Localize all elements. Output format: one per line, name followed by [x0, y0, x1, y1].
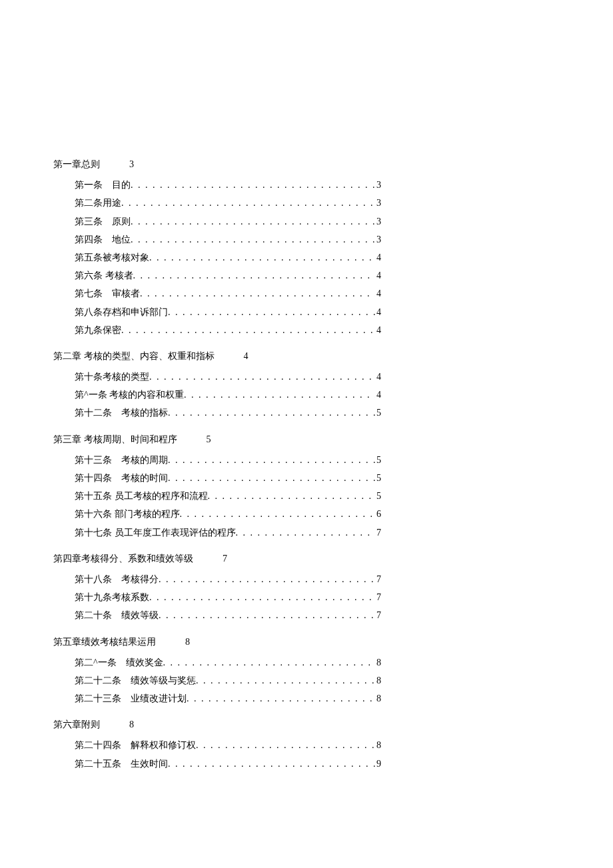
toc-entry: 第十三条 考核的周期 . . . . . . . . . . . . . . .… — [75, 452, 560, 468]
toc-leader-dots: . . . . . . . . . . . . . . . . . . . . … — [184, 386, 375, 403]
toc-entry-label: 第二十五条 生效时间 — [75, 755, 168, 772]
toc-entry: 第一条 目的 . . . . . . . . . . . . . . . . .… — [75, 177, 560, 193]
toc-chapter-title-row: 第六章附则8 — [53, 716, 560, 733]
toc-chapter-page: 3 — [129, 156, 134, 173]
toc-entry-label: 第十九条考核系数 — [75, 589, 149, 606]
toc-entry-page: 7 — [375, 571, 381, 588]
toc-leader-dots: . . . . . . . . . . . . . . . . . . . . … — [131, 213, 375, 230]
toc-entry: 第七条 审核者 . . . . . . . . . . . . . . . . … — [75, 285, 560, 302]
toc-chapter-title: 第一章总则 — [53, 156, 100, 173]
toc-entry: 第五条被考核对象 . . . . . . . . . . . . . . . .… — [75, 249, 560, 266]
toc-entry-page: 3 — [375, 195, 381, 211]
toc-entry: 第四条 地位 . . . . . . . . . . . . . . . . .… — [75, 231, 560, 248]
toc-leader-dots: . . . . . . . . . . . . . . . . . . . . … — [168, 470, 375, 486]
toc-entry: 第二十三条 业绩改进计划 . . . . . . . . . . . . . .… — [75, 690, 560, 707]
toc-entry-label: 第十二条 考核的指标 — [75, 404, 168, 421]
toc-entry-page: 4 — [375, 322, 381, 338]
toc-entry: 第十四条 考核的时间 . . . . . . . . . . . . . . .… — [75, 470, 560, 486]
toc-entry: 第二十四条 解释权和修订权 . . . . . . . . . . . . . … — [75, 737, 560, 753]
toc-entry-label: 第四条 地位 — [75, 231, 131, 248]
toc-chapter-page: 4 — [244, 348, 249, 364]
toc-entry-label: 第二十四条 解释权和修订权 — [75, 737, 196, 753]
toc-entry: 第二十条 绩效等级 . . . . . . . . . . . . . . . … — [75, 607, 560, 624]
toc-entry-page: 9 — [375, 755, 381, 772]
toc-chapter: 第二章 考核的类型、内容、权重和指标4第十条考核的类型 . . . . . . … — [53, 348, 560, 422]
toc-entry: 第九条保密 . . . . . . . . . . . . . . . . . … — [75, 322, 560, 338]
toc-leader-dots: . . . . . . . . . . . . . . . . . . . . … — [159, 607, 375, 624]
toc-entry-page: 8 — [375, 737, 381, 753]
toc-entry: 第二十五条 生效时间 . . . . . . . . . . . . . . .… — [75, 755, 560, 772]
toc-entry: 第十二条 考核的指标 . . . . . . . . . . . . . . .… — [75, 404, 560, 421]
toc-entry-page: 5 — [375, 404, 381, 421]
toc-leader-dots: . . . . . . . . . . . . . . . . . . . . … — [149, 249, 375, 266]
toc-entry-page: 7 — [375, 589, 381, 606]
toc-entry-label: 第二十二条 绩效等级与奖惩 — [75, 672, 196, 689]
toc-leader-dots: . . . . . . . . . . . . . . . . . . . . … — [236, 524, 376, 541]
toc-entry-page: 4 — [375, 386, 381, 403]
toc-entry: 第二条用途 . . . . . . . . . . . . . . . . . … — [75, 195, 560, 211]
toc-entry: 第二^一条 绩效奖金 . . . . . . . . . . . . . . .… — [75, 654, 560, 671]
toc-entry: 第十八条 考核得分 . . . . . . . . . . . . . . . … — [75, 571, 560, 588]
toc-entry: 第三条 原则 . . . . . . . . . . . . . . . . .… — [75, 213, 560, 230]
toc-entry-page: 4 — [375, 285, 381, 302]
toc-entry-label: 第十七条 员工年度工作表现评估的程序 — [75, 524, 236, 541]
toc-chapter-title: 第二章 考核的类型、内容、权重和指标 — [53, 348, 215, 364]
toc-entry: 第二十二条 绩效等级与奖惩 . . . . . . . . . . . . . … — [75, 672, 560, 689]
toc-leader-dots: . . . . . . . . . . . . . . . . . . . . … — [180, 506, 376, 522]
toc-chapter: 第五章绩效考核结果运用8第二^一条 绩效奖金 . . . . . . . . .… — [53, 634, 560, 707]
toc-entry-label: 第九条保密 — [75, 322, 121, 338]
toc-leader-dots: . . . . . . . . . . . . . . . . . . . . … — [168, 304, 375, 320]
toc-entry-label: 第十六条 部门考核的程序 — [75, 506, 180, 522]
toc-leader-dots: . . . . . . . . . . . . . . . . . . . . … — [121, 195, 375, 211]
toc-entry-label: 第一条 目的 — [75, 177, 131, 193]
toc-entry-page: 3 — [375, 177, 381, 193]
toc-entry-label: 第三条 原则 — [75, 213, 131, 230]
toc-chapter: 第三章 考核周期、时间和程序5第十三条 考核的周期 . . . . . . . … — [53, 431, 560, 541]
toc-entry-page: 4 — [375, 249, 381, 266]
toc-leader-dots: . . . . . . . . . . . . . . . . . . . . … — [149, 589, 375, 606]
table-of-contents: 第一章总则3第一条 目的 . . . . . . . . . . . . . .… — [53, 156, 560, 772]
toc-entry-label: 第二十条 绩效等级 — [75, 607, 159, 624]
toc-chapter: 第四章考核得分、系数和绩效等级7第十八条 考核得分 . . . . . . . … — [53, 550, 560, 624]
toc-entry: 第^一条 考核的内容和权重 . . . . . . . . . . . . . … — [75, 386, 560, 403]
toc-entry-label: 第十四条 考核的时间 — [75, 470, 168, 486]
toc-entry-label: 第十条考核的类型 — [75, 368, 149, 385]
toc-leader-dots: . . . . . . . . . . . . . . . . . . . . … — [131, 177, 375, 193]
toc-leader-dots: . . . . . . . . . . . . . . . . . . . . … — [131, 231, 375, 248]
toc-chapter-title-row: 第三章 考核周期、时间和程序5 — [53, 431, 560, 448]
toc-entry-label: 第十八条 考核得分 — [75, 571, 159, 588]
toc-entry: 第十七条 员工年度工作表现评估的程序 . . . . . . . . . . .… — [75, 524, 560, 541]
toc-entry-page: 4 — [375, 368, 381, 385]
toc-chapter-page: 8 — [185, 634, 190, 650]
toc-chapter-title: 第六章附则 — [53, 716, 100, 733]
toc-entry-page: 8 — [375, 654, 381, 671]
toc-entry-label: 第六条 考核者 — [75, 267, 133, 284]
toc-entry: 第十条考核的类型 . . . . . . . . . . . . . . . .… — [75, 368, 560, 385]
toc-entry-page: 5 — [375, 488, 381, 504]
toc-leader-dots: . . . . . . . . . . . . . . . . . . . . … — [168, 452, 375, 468]
toc-entry: 第十六条 部门考核的程序 . . . . . . . . . . . . . .… — [75, 506, 560, 522]
toc-chapter-page: 5 — [207, 431, 211, 448]
toc-entry: 第六条 考核者 . . . . . . . . . . . . . . . . … — [75, 267, 560, 284]
toc-chapter-page: 8 — [129, 716, 134, 733]
toc-entry-label: 第五条被考核对象 — [75, 249, 149, 266]
toc-leader-dots: . . . . . . . . . . . . . . . . . . . . … — [133, 267, 376, 284]
toc-entry-label: 第二十三条 业绩改进计划 — [75, 690, 187, 707]
toc-leader-dots: . . . . . . . . . . . . . . . . . . . . … — [187, 690, 375, 707]
toc-entry-label: 第八条存档和申诉部门 — [75, 304, 168, 320]
toc-entry-label: 第十五条 员工考核的程序和流程 — [75, 488, 208, 504]
toc-entry-label: 第十三条 考核的周期 — [75, 452, 168, 468]
toc-entry-page: 3 — [375, 213, 381, 230]
toc-entry-page: 8 — [375, 672, 381, 689]
toc-entry-page: 3 — [375, 231, 381, 248]
toc-leader-dots: . . . . . . . . . . . . . . . . . . . . … — [196, 737, 375, 753]
toc-entry-page: 6 — [375, 506, 381, 522]
toc-leader-dots: . . . . . . . . . . . . . . . . . . . . … — [121, 322, 375, 338]
toc-leader-dots: . . . . . . . . . . . . . . . . . . . . … — [163, 654, 375, 671]
toc-chapter-title: 第四章考核得分、系数和绩效等级 — [53, 550, 193, 567]
toc-entry-page: 4 — [375, 304, 381, 320]
toc-entry-page: 7 — [375, 524, 381, 541]
toc-chapter-page: 7 — [223, 550, 227, 567]
toc-entry-page: 4 — [375, 267, 381, 284]
toc-entry: 第十五条 员工考核的程序和流程 . . . . . . . . . . . . … — [75, 488, 560, 504]
